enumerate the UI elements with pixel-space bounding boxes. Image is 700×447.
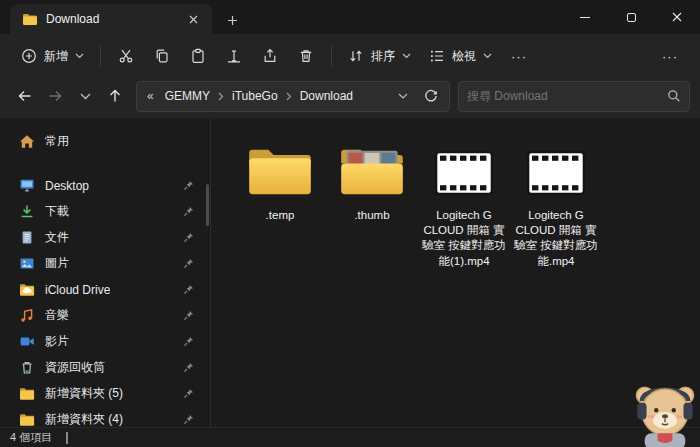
sidebar-item-label: iCloud Drive: [45, 283, 110, 297]
file-name: .temp: [266, 208, 295, 223]
more-options-button[interactable]: ···: [501, 40, 537, 72]
refresh-button[interactable]: [419, 84, 443, 108]
file-item-thumb-folder[interactable]: .thumb: [327, 134, 417, 223]
recycle-bin-icon: [18, 360, 35, 375]
folder-icon: [246, 134, 314, 200]
pin-icon: [183, 362, 194, 373]
file-item-video-2[interactable]: Logitech G CLOUD 開箱 實驗室 按鍵對應功能.mp4: [511, 134, 601, 269]
tab-title: Download: [46, 12, 174, 26]
file-name: .thumb: [354, 208, 389, 223]
sidebar-item-label: 資源回收筒: [45, 359, 105, 376]
folder-icon: [18, 387, 35, 401]
pin-icon: [183, 258, 194, 269]
forward-button[interactable]: [40, 81, 70, 111]
view-button-label: 檢視: [452, 48, 476, 65]
titlebar: Download: [0, 0, 700, 34]
breadcrumb-separator-icon: [285, 92, 293, 101]
pin-icon: [183, 414, 194, 425]
address-row: « GEMMY iTubeGo Download: [0, 78, 700, 118]
folder-thumbnail-icon: [338, 134, 406, 200]
breadcrumb-item[interactable]: iTubeGo: [225, 87, 285, 105]
paste-button[interactable]: [180, 40, 216, 72]
music-icon: [18, 308, 35, 323]
document-icon: [18, 230, 35, 245]
chevron-down-icon: [402, 53, 411, 59]
pin-icon: [183, 284, 194, 295]
new-tab-button[interactable]: [218, 6, 246, 34]
cut-button[interactable]: [108, 40, 144, 72]
back-button[interactable]: [10, 81, 40, 111]
file-item-temp-folder[interactable]: .temp: [235, 134, 325, 223]
search-input[interactable]: [467, 89, 667, 103]
more-dots: ···: [662, 49, 678, 64]
sidebar-item-videos[interactable]: 影片: [6, 329, 204, 354]
sidebar-item-label: 影片: [45, 333, 69, 350]
minimize-button[interactable]: [562, 0, 608, 34]
sidebar-scrollbar[interactable]: [206, 184, 209, 226]
sidebar-item-documents[interactable]: 文件: [6, 225, 204, 250]
chevron-down-icon: [483, 53, 492, 59]
sidebar-item-label: 下載: [45, 203, 69, 220]
folder-tab-icon: [22, 13, 38, 26]
sidebar-item-icloud-drive[interactable]: iCloud Drive: [6, 277, 204, 302]
sidebar-item-home[interactable]: 常用: [6, 127, 204, 155]
status-divider: [66, 432, 68, 444]
address-bar[interactable]: « GEMMY iTubeGo Download: [136, 81, 450, 112]
pin-icon: [183, 336, 194, 347]
new-button[interactable]: 新增: [12, 40, 93, 72]
file-name: Logitech G CLOUD 開箱 實驗室 按鍵對應功能(1).mp4: [421, 208, 507, 269]
breadcrumb-item[interactable]: Download: [293, 87, 360, 105]
explorer-tab[interactable]: Download: [10, 4, 212, 34]
navigation-pane: 常用 Desktop: [0, 118, 211, 427]
sort-button-label: 排序: [371, 48, 395, 65]
new-button-label: 新增: [44, 48, 68, 65]
breadcrumb-item[interactable]: GEMMY: [158, 87, 217, 105]
video-file-icon: [435, 134, 493, 200]
maximize-button[interactable]: [608, 0, 654, 34]
sidebar-item-label: 新增資料夾 (5): [45, 385, 123, 402]
tab-close-button[interactable]: [182, 8, 204, 30]
command-toolbar: 新增: [0, 34, 700, 78]
search-icon: [667, 89, 681, 103]
pin-icon: [183, 232, 194, 243]
view-icon: [429, 48, 445, 64]
more-options-right-button[interactable]: ···: [652, 40, 688, 72]
sidebar-item-music[interactable]: 音樂: [6, 303, 204, 328]
file-list: .temp: [211, 118, 700, 427]
pin-icon: [183, 310, 194, 321]
address-dropdown-button[interactable]: [391, 84, 415, 108]
video-icon: [18, 334, 35, 349]
caption-buttons: [562, 0, 700, 34]
sidebar-item-label: 文件: [45, 229, 69, 246]
breadcrumb-separator-icon: [217, 92, 225, 101]
chevron-down-icon: [75, 53, 84, 59]
view-button[interactable]: 檢視: [420, 40, 501, 72]
video-file-icon: [527, 134, 585, 200]
sort-icon: [348, 48, 364, 64]
rename-button[interactable]: [216, 40, 252, 72]
file-item-video-1[interactable]: Logitech G CLOUD 開箱 實驗室 按鍵對應功能(1).mp4: [419, 134, 509, 269]
sidebar-item-label: 音樂: [45, 307, 69, 324]
copy-button[interactable]: [144, 40, 180, 72]
pin-icon: [183, 206, 194, 217]
home-icon: [18, 134, 35, 149]
sidebar-item-label: 圖片: [45, 255, 69, 272]
up-button[interactable]: [100, 81, 130, 111]
sort-button[interactable]: 排序: [339, 40, 420, 72]
breadcrumb-overflow[interactable]: «: [143, 89, 158, 103]
file-name: Logitech G CLOUD 開箱 實驗室 按鍵對應功能.mp4: [513, 208, 599, 269]
recent-locations-button[interactable]: [70, 81, 100, 111]
sidebar-item-downloads[interactable]: 下載: [6, 199, 204, 224]
search-box[interactable]: [458, 81, 690, 112]
explorer-body: 常用 Desktop: [0, 118, 700, 427]
pin-icon: [183, 180, 194, 191]
sidebar-item-desktop[interactable]: Desktop: [6, 173, 204, 198]
toolbar-divider: [100, 45, 101, 67]
delete-button[interactable]: [288, 40, 324, 72]
sidebar-item-recycle-bin[interactable]: 資源回收筒: [6, 355, 204, 380]
sidebar-item-pictures[interactable]: 圖片: [6, 251, 204, 276]
close-button[interactable]: [654, 0, 700, 34]
share-button[interactable]: [252, 40, 288, 72]
sidebar-item-new-folder-5[interactable]: 新增資料夾 (5): [6, 381, 204, 406]
sidebar-item-label: 新增資料夾 (4): [45, 411, 123, 428]
